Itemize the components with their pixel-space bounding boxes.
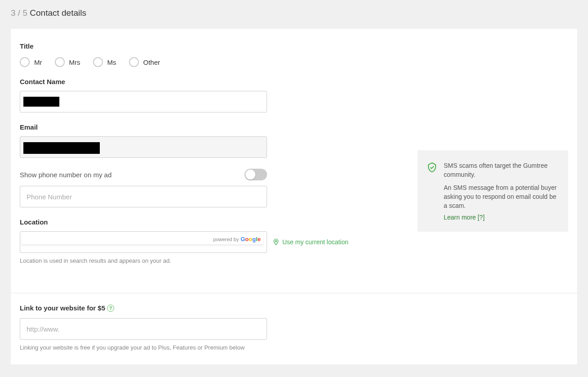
info-text-2: An SMS message from a potential buyer as… <box>444 183 559 211</box>
step-header: 3 / 5 Contact details <box>0 0 588 29</box>
help-icon[interactable]: ? <box>107 305 114 312</box>
use-current-location-button[interactable]: Use my current location <box>272 238 348 247</box>
info-text-1: SMS scams often target the Gumtree commu… <box>444 161 559 180</box>
radio-icon <box>55 57 65 67</box>
location-pin-icon <box>272 238 280 247</box>
redacted-email <box>23 142 100 154</box>
title-radio-group: Mr Mrs Ms Other <box>20 57 568 67</box>
website-link-helper: Linking your website is free if you upgr… <box>20 344 568 351</box>
website-link-group: Link to your website for $5 ? Linking yo… <box>11 293 577 364</box>
step-counter: 3 / 5 <box>11 8 27 18</box>
learn-more-link[interactable]: Learn more [?] <box>444 214 485 221</box>
radio-icon <box>20 57 30 67</box>
svg-point-0 <box>275 240 276 242</box>
scam-info-panel: SMS scams often target the Gumtree commu… <box>418 150 568 232</box>
google-logo: Google <box>241 236 261 242</box>
use-current-location-label: Use my current location <box>282 238 348 246</box>
step-title: Contact details <box>30 8 86 18</box>
title-group: Title Mr Mrs Ms <box>20 42 568 67</box>
shield-check-icon <box>427 162 437 173</box>
redacted-name <box>23 97 59 107</box>
contact-name-group: Contact Name <box>20 78 568 112</box>
phone-input[interactable] <box>20 186 267 207</box>
radio-ms[interactable]: Ms <box>93 57 116 67</box>
radio-mrs[interactable]: Mrs <box>55 57 80 67</box>
location-helper-text: Location is used in search results and a… <box>20 257 568 264</box>
form-panel: Title Mr Mrs Ms <box>11 29 577 364</box>
radio-icon <box>93 57 103 67</box>
contact-name-label: Contact Name <box>20 78 568 85</box>
website-link-input[interactable] <box>20 318 267 340</box>
radio-other[interactable]: Other <box>129 57 160 67</box>
radio-mr[interactable]: Mr <box>20 57 42 67</box>
website-link-label: Link to your website for $5 ? <box>20 304 568 312</box>
powered-by-google: powered by Google <box>22 234 263 245</box>
radio-icon <box>129 57 139 67</box>
email-label: Email <box>20 123 568 131</box>
title-label: Title <box>20 42 568 50</box>
toggle-knob <box>245 170 255 180</box>
show-phone-toggle[interactable] <box>245 169 267 180</box>
show-phone-label: Show phone number on my ad <box>20 171 111 179</box>
